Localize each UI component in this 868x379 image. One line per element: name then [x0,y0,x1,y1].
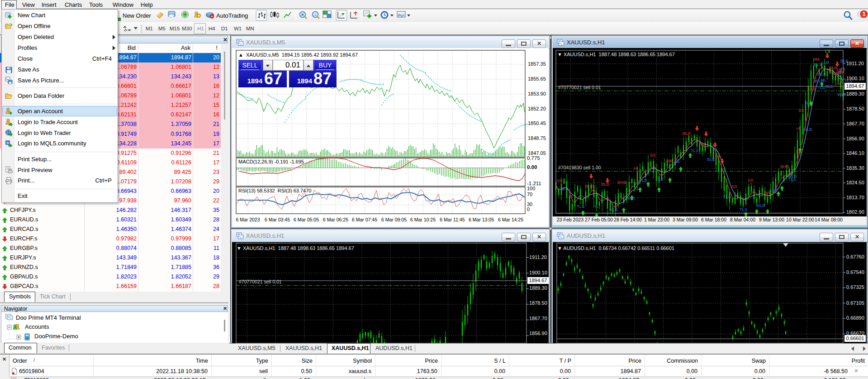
svg-text:LX: LX [825,49,831,54]
svg-text:WLB: WLB [837,92,847,97]
svg-text:1: 1 [862,10,865,17]
svg-text:TLS: TLS [691,148,698,153]
svg-text:WLB: WLB [756,203,765,208]
svg-text:LB: LB [674,159,680,164]
svg-text:HM: HM [666,158,673,163]
svg-text:SX: SX [798,108,804,113]
svg-text:SX: SX [557,178,563,183]
svg-text:BHB: BHB [780,164,789,169]
svg-text:WLB: WLB [815,78,824,83]
svg-text:NLB: NLB [609,207,617,212]
svg-text:+: + [301,12,304,17]
svg-text:BLE: BLE [825,84,834,89]
svg-text:LB: LB [642,178,647,183]
svg-text:HL: HL [805,101,810,106]
svg-text:SS: SS [650,153,656,158]
svg-text:HI: HI [569,194,573,199]
svg-text:BLE: BLE [814,62,822,67]
svg-text:S: S [6,141,9,145]
svg-text:LB: LB [824,60,829,65]
svg-text:BLB: BLB [585,183,593,188]
svg-text:BHB: BHB [617,180,626,185]
svg-text:TLS: TLS [817,85,825,90]
svg-text:WLB: WLB [787,173,797,178]
svg-text:HR: HR [715,154,721,159]
svg-text:TLS: TLS [740,207,747,212]
svg-text:WLB: WLB [626,196,635,201]
svg-text:LB: LB [658,177,664,182]
svg-text:BLB: BLB [807,86,816,91]
svg-text:#70419830 sell 1.00: #70419830 sell 1.00 [558,165,601,170]
svg-text:LB: LB [772,187,778,192]
svg-text:HI: HI [634,166,638,171]
svg-text:TLS: TLS [577,204,584,209]
svg-text:HR: HR [764,190,770,195]
svg-text:SS: SS [796,149,802,154]
svg-text:HL: HL [841,66,846,71]
svg-text:BLB: BLB [601,182,609,187]
svg-text:BLE: BLE [560,186,569,191]
svg-text:BLB: BLB [683,131,691,136]
svg-text:SS: SS [731,184,737,189]
svg-text:HI: HI [836,81,841,86]
svg-text:HM: HM [813,57,820,62]
svg-text:HM: HM [699,142,706,147]
svg-text:#70770021 sell 0.01: #70770021 sell 0.01 [558,85,601,90]
svg-text:TLS: TLS [723,194,731,199]
svg-text:HL: HL [593,204,598,209]
svg-text:SX: SX [748,178,754,182]
svg-text:WLB: WLB [817,72,826,77]
svg-text:WLB: WLB [803,127,812,132]
svg-text:-: - [314,12,316,17]
svg-text:HI: HI [797,126,801,131]
svg-text:BLE: BLE [707,157,715,162]
svg-text:#70770021 sell 0.01: #70770021 sell 0.01 [239,279,282,284]
